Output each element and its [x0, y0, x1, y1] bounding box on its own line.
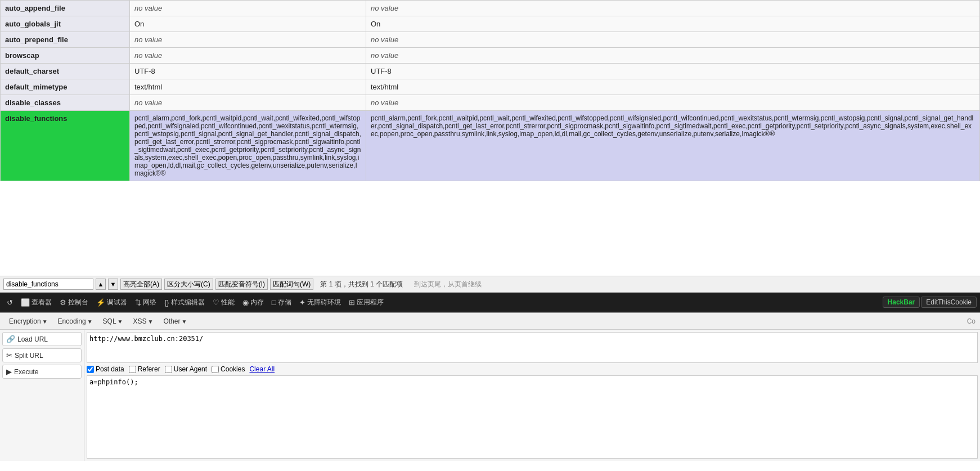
execute-button[interactable]: ▶ Execute: [2, 365, 82, 379]
xss-label: XSS: [133, 317, 146, 325]
find-up-button[interactable]: ▲: [96, 279, 106, 290]
devtools-debugger-btn[interactable]: ⚡ 调试器: [93, 296, 131, 309]
find-bar: ▲ ▼ 高亮全部(A) 区分大小写(C) 匹配变音符号(I) 匹配词句(W) 第…: [0, 276, 980, 293]
performance-icon: ♡: [213, 298, 219, 307]
memory-label: 内存: [250, 298, 264, 307]
devtools-storage-btn[interactable]: □ 存储: [268, 296, 295, 309]
devtools-reload-btn[interactable]: ↺: [3, 297, 16, 308]
encoding-arrow: ▼: [87, 319, 93, 325]
debugger-label: 调试器: [107, 298, 127, 307]
hackbar-menu-xss[interactable]: XSS▼: [128, 316, 158, 327]
find-status: 第 1 项，共找到 1 个匹配项: [320, 280, 403, 289]
inspector-icon: ⬜: [21, 298, 30, 307]
hackbar-menu-encoding[interactable]: Encoding▼: [53, 316, 97, 327]
cookies-checkbox-label[interactable]: Cookies: [212, 365, 245, 373]
match-case-button[interactable]: 区分大小写(C): [164, 279, 213, 290]
accessibility-label: 无障碍环境: [307, 298, 341, 307]
split-url-icon: ✂: [6, 351, 12, 360]
devtools-console-btn[interactable]: ⚙ 控制台: [56, 296, 92, 309]
sql-arrow: ▼: [118, 319, 123, 325]
encoding-label: Encoding: [58, 317, 86, 325]
table-cell-key: disable_functions: [1, 111, 130, 181]
devtools-toolbar: ↺ ⬜ 查看器 ⚙ 控制台 ⚡ 调试器 ⇅ 网络 {} 样式编辑器 ♡ 性能 ◉…: [0, 293, 980, 312]
table-cell-val1: UTF-8: [130, 64, 366, 79]
devtools-accessibility-btn[interactable]: ✦ 无障碍环境: [296, 296, 344, 309]
application-label: 应用程序: [357, 298, 384, 307]
user-agent-checkbox[interactable]: [165, 366, 172, 373]
find-down-button[interactable]: ▼: [108, 279, 118, 290]
php-info-table: auto_append_fileno valueno valueauto_glo…: [0, 0, 980, 276]
match-diacritics-button[interactable]: 匹配变音符号(I): [215, 279, 268, 290]
encryption-label: Encryption: [9, 317, 41, 325]
inspector-label: 查看器: [32, 298, 52, 307]
performance-label: 性能: [221, 298, 235, 307]
hackbar-main: Post data Referer User Agent Cookies Cle…: [84, 330, 980, 461]
co-label: Co: [967, 317, 975, 325]
load-url-button[interactable]: 🔗 Load URL: [2, 332, 82, 346]
table-cell-key: default_charset: [1, 64, 130, 79]
table-cell-val1: no value: [130, 95, 366, 111]
table-cell-val2: no value: [366, 1, 980, 16]
table-cell-val2: no value: [366, 32, 980, 48]
referer-checkbox-label[interactable]: Referer: [129, 365, 160, 373]
devtools-network-btn[interactable]: ⇅ 网络: [132, 296, 160, 309]
user-agent-checkbox-label[interactable]: User Agent: [165, 365, 207, 373]
split-url-button[interactable]: ✂ Split URL: [2, 348, 82, 362]
table-cell-key: disable_classes: [1, 95, 130, 111]
other-arrow: ▼: [181, 319, 187, 325]
network-icon: ⇅: [135, 298, 141, 307]
devtools-application-btn[interactable]: ⊞ 应用程序: [345, 296, 387, 309]
table-cell-val2: text/html: [366, 79, 980, 95]
table-cell-key: auto_prepend_file: [1, 32, 130, 48]
table-cell-val2: UTF-8: [366, 64, 980, 79]
cookies-label: Cookies: [221, 365, 245, 373]
highlight-all-button[interactable]: 高亮全部(A): [120, 279, 162, 290]
table-cell-val2: no value: [366, 95, 980, 111]
whole-word-button[interactable]: 匹配词句(W): [270, 279, 313, 290]
execute-label: Execute: [14, 368, 38, 376]
storage-label: 存储: [278, 298, 291, 307]
hackbar-menu-sql[interactable]: SQL▼: [98, 316, 128, 327]
url-input[interactable]: [87, 332, 978, 363]
devtools-inspector-btn[interactable]: ⬜ 查看器: [17, 296, 55, 309]
devtools-style-editor-btn[interactable]: {} 样式编辑器: [161, 296, 208, 309]
table-cell-key: browscap: [1, 48, 130, 64]
table-cell-key: auto_append_file: [1, 1, 130, 16]
table-cell-val1: pcntl_alarm,pcntl_fork,pcntl_waitpid,pcn…: [130, 111, 366, 181]
table-cell-val1: On: [130, 16, 366, 32]
network-label: 网络: [143, 298, 156, 307]
table-cell-key: default_mimetype: [1, 79, 130, 95]
table-cell-val1: text/html: [130, 79, 366, 95]
hackbar-sidebar: 🔗 Load URL ✂ Split URL ▶ Execute: [0, 330, 84, 461]
hackbar-menu: Encryption▼ Encoding▼ SQL▼ XSS▼ Other▼ C…: [0, 313, 980, 330]
storage-icon: □: [272, 298, 276, 307]
table-cell-val2: On: [366, 16, 980, 32]
cookies-checkbox[interactable]: [212, 366, 219, 373]
sql-label: SQL: [103, 317, 116, 325]
post-data-input[interactable]: [87, 375, 978, 459]
hackbar-menu-encryption[interactable]: Encryption▼: [5, 316, 52, 327]
referer-label: Referer: [138, 365, 160, 373]
clear-all-button[interactable]: Clear All: [249, 365, 275, 373]
find-input[interactable]: [3, 279, 93, 290]
editcookie-button[interactable]: EditThisCookie: [921, 297, 977, 308]
application-icon: ⊞: [349, 298, 355, 307]
encryption-arrow: ▼: [42, 319, 48, 325]
devtools-memory-btn[interactable]: ◉ 内存: [239, 296, 267, 309]
hackbar-button[interactable]: HackBar: [883, 297, 920, 308]
devtools-performance-btn[interactable]: ♡ 性能: [209, 296, 238, 309]
table-cell-val1: no value: [130, 32, 366, 48]
hackbar-content: 🔗 Load URL ✂ Split URL ▶ Execute Post da…: [0, 330, 980, 461]
table-cell-key: auto_globals_jit: [1, 16, 130, 32]
console-label: 控制台: [68, 298, 88, 307]
table-cell-val1: no value: [130, 1, 366, 16]
reload-icon: ↺: [7, 298, 13, 307]
load-url-icon: 🔗: [6, 335, 15, 343]
options-row: Post data Referer User Agent Cookies Cle…: [87, 365, 978, 373]
hackbar-menu-other[interactable]: Other▼: [159, 316, 191, 327]
referer-checkbox[interactable]: [129, 366, 136, 373]
settings-table: auto_append_fileno valueno valueauto_glo…: [0, 0, 980, 181]
find-status2: 到达页尾，从页首继续: [414, 280, 482, 289]
post-data-checkbox[interactable]: [87, 366, 94, 373]
post-data-checkbox-label[interactable]: Post data: [87, 365, 124, 373]
